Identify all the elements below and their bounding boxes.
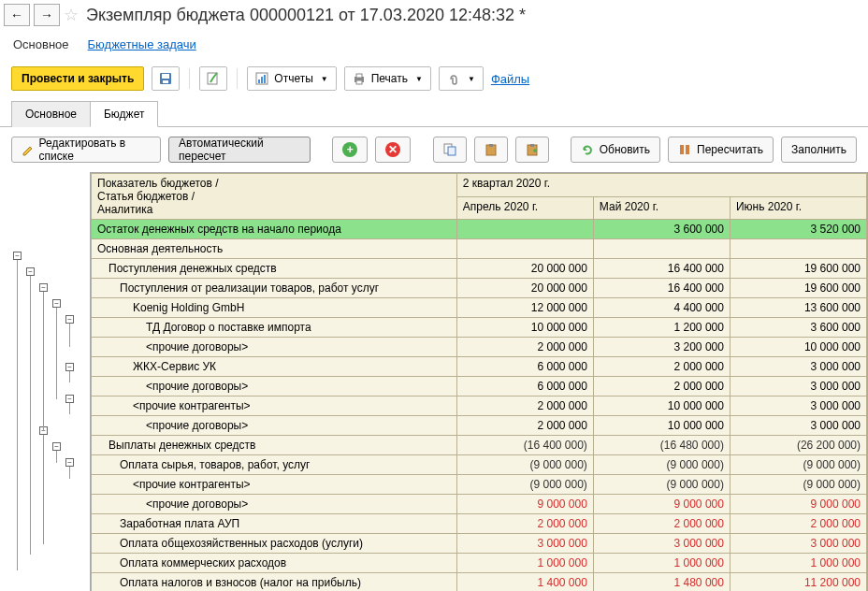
grid-row[interactable]: <прочие договоры>6 000 0002 000 0003 000… (92, 377, 867, 396)
grid-row[interactable]: <прочие контрагенты>(9 000 000)(9 000 00… (92, 475, 867, 495)
budget-grid[interactable]: Показатель бюджетов / Статья бюджетов / … (90, 172, 868, 591)
col-header-quarter: 2 квартал 2020 г. (456, 174, 866, 197)
cell-value: 11 200 000 (730, 573, 866, 592)
svg-rect-14 (489, 144, 493, 147)
grid-row[interactable]: Оплата сырья, товаров, работ, услуг(9 00… (92, 455, 867, 475)
tree-toggle[interactable]: − (52, 299, 61, 308)
col-header-m1: Апрель 2020 г. (456, 196, 593, 220)
tree-toggle[interactable]: − (52, 442, 61, 451)
auto-recalc-button[interactable]: Автоматический пересчет (168, 137, 311, 163)
recalc-button[interactable]: Пересчитать (668, 137, 774, 163)
forward-button[interactable]: → (34, 4, 60, 26)
row-label: <прочие договоры> (92, 495, 457, 514)
grid-row[interactable]: Оплата общехозяйственных расходов (услуг… (92, 534, 867, 554)
cell-value: 2 000 000 (593, 377, 730, 396)
grid-row[interactable]: ТД Договор о поставке импорта10 000 0001… (92, 318, 867, 338)
row-label: Основная деятельность (92, 239, 457, 259)
cell-value: 3 000 000 (730, 534, 866, 554)
grid-row[interactable]: <прочие договоры>2 000 0003 200 00010 00… (92, 338, 867, 357)
cell-value: 2 000 000 (730, 514, 866, 534)
cell-value: 19 600 000 (730, 259, 866, 279)
cell-value: 19 600 000 (730, 279, 866, 298)
copy-button[interactable] (433, 137, 467, 163)
top-tab-tasks[interactable]: Бюджетные задачи (88, 37, 196, 51)
reports-button[interactable]: Отчеты▼ (247, 66, 336, 91)
svg-rect-1 (162, 74, 169, 79)
cell-value: 9 000 000 (593, 495, 730, 514)
cell-value: 16 400 000 (593, 259, 730, 279)
svg-rect-2 (163, 80, 168, 83)
cell-value: 3 600 000 (593, 220, 730, 239)
row-label: <прочие договоры> (92, 338, 457, 357)
cell-value: 3 000 000 (730, 416, 866, 436)
tree-toggle[interactable]: − (26, 267, 35, 276)
tree-toggle[interactable]: − (65, 395, 74, 403)
cell-value: 3 000 000 (730, 377, 866, 396)
print-button[interactable]: Печать▼ (344, 66, 431, 91)
sub-tab-budget[interactable]: Бюджет (90, 101, 158, 127)
paste-button[interactable] (474, 137, 508, 163)
cell-value: 4 400 000 (593, 298, 730, 318)
row-label: Поступления денежных средств (92, 259, 457, 279)
cell-value: 6 000 000 (456, 377, 593, 396)
col-header-m3: Июнь 2020 г. (730, 196, 866, 220)
cell-value: 3 000 000 (730, 396, 866, 416)
grid-row[interactable]: Оплата налогов и взносов (налог на прибы… (92, 573, 867, 592)
col-header-indicator: Показатель бюджетов / Статья бюджетов / … (92, 174, 457, 220)
cell-value: 2 000 000 (593, 357, 730, 377)
cell-value: 2 000 000 (456, 514, 593, 534)
cell-value: (9 000 000) (730, 455, 866, 475)
cell-value: 9 000 000 (456, 495, 593, 514)
fill-button[interactable]: Заполнить (781, 137, 857, 163)
refresh-button[interactable]: Обновить (571, 137, 660, 163)
tree-toggle[interactable]: − (13, 252, 22, 260)
favorite-icon[interactable]: ☆ (64, 5, 79, 25)
grid-row[interactable]: Оплата коммерческих расходов1 000 0001 0… (92, 554, 867, 573)
edit-list-button[interactable]: Редактировать в списке (11, 137, 161, 163)
sub-tab-main[interactable]: Основное (11, 101, 91, 127)
tree-toggle[interactable]: − (65, 363, 74, 371)
cell-value: 1 000 000 (730, 554, 866, 573)
cell-value: 3 000 000 (593, 534, 730, 554)
files-link[interactable]: Файлы (491, 72, 529, 86)
svg-rect-12 (448, 147, 456, 155)
tree-toggle[interactable]: − (39, 283, 48, 292)
cell-value: 12 000 000 (456, 298, 593, 318)
post-button[interactable] (199, 66, 227, 91)
grid-row[interactable]: Koenig Holding GmbH12 000 0004 400 00013… (92, 298, 867, 318)
save-button[interactable] (152, 66, 180, 91)
dropdown-icon: ▼ (468, 75, 475, 83)
tree-toggle[interactable]: − (65, 315, 74, 324)
grid-row[interactable]: Заработная плата АУП2 000 0002 000 0002 … (92, 514, 867, 534)
top-tab-main[interactable]: Основное (13, 37, 69, 51)
cell-value: 3 200 000 (593, 338, 730, 357)
cell-value (730, 239, 866, 259)
back-button[interactable]: ← (4, 4, 30, 26)
paste-special-button[interactable] (515, 137, 549, 163)
grid-row[interactable]: ЖКХ-Сервис УК6 000 0002 000 0003 000 000 (92, 357, 867, 377)
col-header-m2: Май 2020 г. (593, 196, 730, 220)
row-label: Оплата сырья, товаров, работ, услуг (92, 455, 457, 475)
cell-value: 20 000 000 (456, 259, 593, 279)
attach-button[interactable]: ▼ (439, 66, 484, 91)
row-label: ЖКХ-Сервис УК (92, 357, 457, 377)
grid-row[interactable]: <прочие договоры>2 000 00010 000 0003 00… (92, 416, 867, 436)
row-label: <прочие контрагенты> (92, 396, 457, 416)
grid-row[interactable]: Поступления денежных средств20 000 00016… (92, 259, 867, 279)
grid-row[interactable]: Основная деятельность (92, 239, 867, 259)
svg-rect-17 (680, 145, 684, 154)
dropdown-icon: ▼ (321, 75, 328, 83)
cell-value: (9 000 000) (730, 475, 866, 495)
row-label: Koenig Holding GmbH (92, 298, 457, 318)
add-button[interactable]: + (332, 137, 368, 163)
submit-close-button[interactable]: Провести и закрыть (11, 66, 144, 91)
delete-button[interactable]: ✕ (375, 137, 411, 163)
grid-row[interactable]: Остаток денежных средств на начало перио… (92, 220, 867, 239)
grid-row[interactable]: Поступления от реализации товаров, работ… (92, 279, 867, 298)
grid-row[interactable]: Выплаты денежных средств(16 400 000)(16 … (92, 436, 867, 455)
tree-toggle[interactable]: − (65, 458, 74, 467)
grid-row[interactable]: <прочие договоры>9 000 0009 000 0009 000… (92, 495, 867, 514)
cell-value: 20 000 000 (456, 279, 593, 298)
cell-value: (26 200 000) (730, 436, 866, 455)
grid-row[interactable]: <прочие контрагенты>2 000 00010 000 0003… (92, 396, 867, 416)
